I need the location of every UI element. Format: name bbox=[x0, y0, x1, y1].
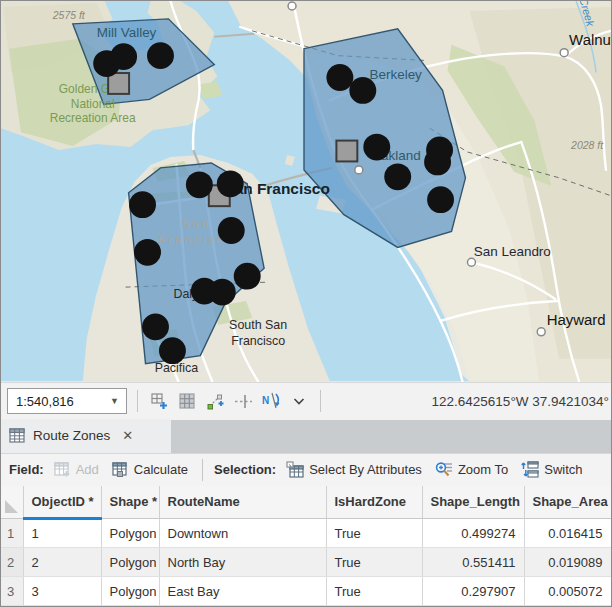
stop-point-marker[interactable] bbox=[363, 134, 390, 161]
svg-text:N: N bbox=[262, 395, 269, 406]
north-rotate-icon[interactable]: N bbox=[260, 390, 282, 412]
table-cell[interactable]: Polygon bbox=[101, 577, 159, 606]
zoom-to-icon bbox=[435, 461, 453, 478]
row-number-cell[interactable]: 1 bbox=[1, 519, 23, 548]
table-cell[interactable]: North Bay bbox=[159, 548, 326, 577]
stop-point-marker[interactable] bbox=[129, 191, 156, 218]
stop-point-marker[interactable] bbox=[349, 77, 376, 104]
table-row: 22PolygonNorth BayTrue0.5514110.019089 bbox=[1, 548, 611, 577]
stop-point-marker[interactable] bbox=[234, 263, 261, 290]
table-cell[interactable]: 0.297907 bbox=[422, 577, 524, 606]
table-cell[interactable]: Downtown bbox=[159, 519, 326, 548]
table-cell[interactable]: 0.499274 bbox=[422, 519, 524, 548]
chevron-down-icon[interactable]: ▼ bbox=[103, 396, 126, 406]
table-cell[interactable]: 0.019089 bbox=[524, 548, 611, 577]
table-cell[interactable]: 2 bbox=[23, 548, 101, 577]
table-cell[interactable]: True bbox=[326, 577, 422, 606]
tab-title: Route Zones bbox=[33, 428, 110, 443]
calculate-field-button[interactable]: Calculate bbox=[109, 460, 191, 479]
table-cell[interactable]: East Bay bbox=[159, 577, 326, 606]
stop-point-marker[interactable] bbox=[147, 42, 174, 69]
map-label: Hayward bbox=[547, 311, 606, 328]
add-field-button[interactable]: Add bbox=[51, 460, 102, 479]
select-all-corner[interactable] bbox=[1, 486, 23, 519]
city-marker bbox=[560, 49, 568, 57]
city-marker bbox=[288, 2, 296, 10]
map-label: Walnut bbox=[569, 31, 611, 48]
table-cell[interactable]: True bbox=[326, 548, 422, 577]
map-scale-value: 1:540,816 bbox=[16, 394, 74, 409]
select-by-attributes-button[interactable]: Select By Attributes bbox=[283, 459, 425, 480]
row-number-cell[interactable]: 2 bbox=[1, 548, 23, 577]
add-field-label: Add bbox=[76, 462, 99, 477]
map-label: 2028 ft bbox=[570, 140, 604, 151]
stop-point-marker[interactable] bbox=[110, 43, 137, 70]
chevron-down-icon[interactable] bbox=[288, 390, 310, 412]
edit-vertices-icon[interactable] bbox=[204, 390, 226, 412]
table-cell[interactable]: 3 bbox=[23, 577, 101, 606]
separator bbox=[137, 390, 138, 412]
coordinates-readout: 122.6425615°W 37.9421034° bbox=[432, 394, 609, 409]
field-group-label: Field: bbox=[9, 462, 44, 477]
table-cell[interactable]: 0.005072 bbox=[524, 577, 611, 606]
table-cell[interactable]: True bbox=[326, 519, 422, 548]
map-label: 2575 ft bbox=[52, 10, 86, 21]
switch-selection-icon bbox=[521, 461, 539, 478]
stop-point-marker[interactable] bbox=[142, 313, 169, 340]
snapping-icon[interactable] bbox=[232, 390, 254, 412]
map-label: San Leandro bbox=[474, 244, 551, 259]
row-number-cell[interactable]: 3 bbox=[1, 577, 23, 606]
stop-point-marker[interactable] bbox=[159, 337, 186, 364]
zoom-to-button[interactable]: Zoom To bbox=[432, 459, 511, 480]
grid-icon[interactable] bbox=[176, 390, 198, 412]
header-row: ObjectID *Shape *RouteNameIsHardZoneShap… bbox=[1, 486, 611, 519]
stop-point-marker[interactable] bbox=[186, 171, 213, 198]
close-icon[interactable]: ✕ bbox=[118, 426, 137, 445]
stop-point-marker[interactable] bbox=[326, 64, 353, 91]
select-by-attributes-label: Select By Attributes bbox=[309, 462, 422, 477]
attribute-table: ObjectID *Shape *RouteNameIsHardZoneShap… bbox=[1, 486, 611, 607]
switch-selection-button[interactable]: Switch bbox=[518, 459, 585, 480]
calculate-field-label: Calculate bbox=[134, 462, 188, 477]
column-header[interactable]: ObjectID * bbox=[23, 486, 101, 519]
stop-point-marker[interactable] bbox=[217, 170, 244, 197]
map-label: Berkeley bbox=[370, 68, 423, 83]
stop-point-marker[interactable] bbox=[384, 163, 411, 190]
selection-group-label: Selection: bbox=[214, 462, 276, 477]
map-label: San bbox=[182, 218, 211, 230]
arcgis-window: 2575 ftMill ValleyGolden GateNationalRec… bbox=[0, 0, 612, 607]
column-header[interactable]: IsHardZone bbox=[326, 486, 422, 519]
stop-point-marker[interactable] bbox=[427, 186, 454, 213]
stop-point-marker[interactable] bbox=[424, 149, 451, 176]
map-view[interactable]: 2575 ftMill ValleyGolden GateNationalRec… bbox=[1, 1, 611, 382]
add-field-icon bbox=[54, 462, 71, 477]
table-cell[interactable]: 1 bbox=[23, 519, 101, 548]
stop-point-marker[interactable] bbox=[134, 239, 161, 266]
tab-route-zones[interactable]: Route Zones ✕ bbox=[1, 419, 171, 453]
zoom-to-label: Zoom To bbox=[458, 462, 508, 477]
table-cell[interactable]: 0.551411 bbox=[422, 548, 524, 577]
map-label: Mill Valley bbox=[97, 25, 157, 40]
table-cell[interactable]: Polygon bbox=[101, 519, 159, 548]
column-header[interactable]: Shape * bbox=[101, 486, 159, 519]
facility-square-marker[interactable] bbox=[336, 141, 357, 162]
map-label: National bbox=[71, 97, 115, 111]
column-header[interactable]: Shape_Area bbox=[524, 486, 611, 519]
city-marker bbox=[537, 328, 545, 336]
basemap: 2575 ftMill ValleyGolden GateNationalRec… bbox=[1, 1, 611, 382]
stop-point-marker[interactable] bbox=[209, 279, 236, 306]
column-header[interactable]: Shape_Length bbox=[422, 486, 524, 519]
map-statusbar: 1:540,816 ▼ bbox=[1, 382, 611, 420]
stop-point-marker[interactable] bbox=[218, 217, 245, 244]
table-cell[interactable]: 0.016415 bbox=[524, 519, 611, 548]
table-row: 33PolygonEast BayTrue0.2979070.005072 bbox=[1, 577, 611, 606]
map-label: South San bbox=[229, 318, 287, 332]
table-cell[interactable]: Polygon bbox=[101, 548, 159, 577]
corner-triangle-icon bbox=[5, 500, 18, 513]
select-by-attributes-icon bbox=[286, 461, 304, 478]
column-header[interactable]: RouteName bbox=[159, 486, 326, 519]
new-map-grid-icon[interactable] bbox=[148, 390, 170, 412]
map-label: Francisco bbox=[231, 334, 285, 348]
city-marker bbox=[355, 166, 363, 174]
map-scale-combobox[interactable]: 1:540,816 ▼ bbox=[7, 388, 127, 414]
